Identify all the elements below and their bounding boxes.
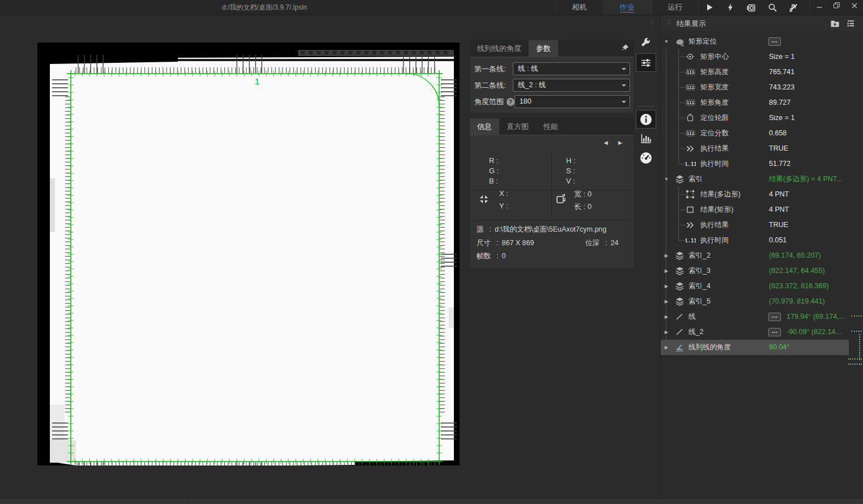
tree-item-value: 90.04° <box>769 340 789 355</box>
tree-item-value: (69.174, 65.207) <box>769 248 821 263</box>
minimize-button[interactable] <box>810 0 828 15</box>
help-icon[interactable]: ? <box>507 98 515 106</box>
sliders-icon <box>640 57 652 69</box>
tab-inactive[interactable]: 性能 <box>536 118 566 135</box>
more-options-button[interactable]: ••• <box>768 37 781 46</box>
expand-icon[interactable]: ▶ <box>663 263 670 279</box>
polygon-icon <box>686 190 695 199</box>
expand-icon[interactable]: ▶ <box>663 340 670 355</box>
tree-list-icon[interactable] <box>846 19 856 31</box>
tree-row[interactable]: ▶线•••179.94° (69.174,... <box>661 309 863 324</box>
tree-item-label: 矩形高度 <box>700 65 729 80</box>
tree-row[interactable]: 111矩形高度765.741 <box>661 65 863 80</box>
minimize-icon <box>816 2 823 9</box>
tree-row[interactable]: 执行结果TRUE <box>661 141 863 156</box>
expand-icon[interactable]: ▶ <box>663 294 670 309</box>
menu-item-label: 作业 <box>620 3 635 12</box>
layers-icon <box>675 174 685 184</box>
tree-row[interactable]: ▶索引_2(69.174, 65.207) <box>661 248 863 263</box>
depth-row: 位深:24 <box>585 238 618 248</box>
more-options-button[interactable]: ••• <box>768 313 781 321</box>
tree-row[interactable]: ▶索引_5(70.979, 819.441) <box>661 294 863 309</box>
no-interaction-button[interactable] <box>783 0 804 15</box>
tab-active[interactable]: 参数 <box>529 40 558 57</box>
camera-io-button[interactable] <box>741 0 762 15</box>
svg-text:111: 111 <box>687 131 695 136</box>
tree-row[interactable]: ▶索引_4(823.372, 816.369) <box>661 279 863 294</box>
line-icon <box>675 327 684 336</box>
hsv-label: S : <box>566 166 576 176</box>
param-select[interactable]: 180 <box>515 95 630 108</box>
tree-row[interactable]: ▼索引结果(多边形) = 4 PNT... <box>661 172 863 187</box>
prev-page-icon[interactable]: ◀ <box>604 140 608 146</box>
pin-icon[interactable] <box>621 44 630 54</box>
collapse-icon[interactable]: ▼ <box>663 172 670 187</box>
panel-grip-handle[interactable]: ⁘⁘ <box>649 19 654 25</box>
param-select[interactable]: 线_2 : 线 <box>513 79 630 92</box>
search-button[interactable] <box>762 0 783 15</box>
position-icon <box>478 193 490 206</box>
tree-item-value: 4 PNT <box>769 202 789 217</box>
tree-item-label: 矩形定位 <box>688 34 717 49</box>
folder-plus-icon[interactable] <box>830 19 840 31</box>
tree-row[interactable]: 111矩形宽度743.223 <box>661 80 863 95</box>
sliders-tool-button[interactable] <box>636 53 656 72</box>
tab-inactive[interactable]: 直方图 <box>499 118 536 135</box>
tree-row[interactable]: 1.11执行时间0.051 <box>661 233 863 248</box>
svg-text:111: 111 <box>687 85 695 90</box>
info-tool-button[interactable] <box>636 110 656 129</box>
tree-row[interactable]: 结果(多边形)4 PNT <box>661 187 863 202</box>
tree-item-value: 743.223 <box>769 80 794 95</box>
tree-row[interactable]: 定位轮廓Size = 1 <box>661 110 863 126</box>
tree-row[interactable]: ▼AI矩形定位••• <box>661 34 863 49</box>
menu-item-active[interactable]: 作业 <box>603 0 651 15</box>
collapse-icon[interactable]: ▼ <box>663 34 670 49</box>
play-button[interactable] <box>699 0 720 15</box>
layers-icon <box>675 297 685 306</box>
numbox-icon: 111 <box>686 83 695 92</box>
tree-item-label: 线到线的角度 <box>688 340 731 355</box>
size-value: 867 X 869 <box>501 239 534 247</box>
divider <box>473 190 630 190</box>
tree-row[interactable]: ▶索引_3(822.147, 64.455) <box>661 263 863 279</box>
next-page-icon[interactable]: ▶ <box>618 140 622 146</box>
flash-button[interactable] <box>720 0 741 15</box>
layers-icon <box>675 251 685 260</box>
tab-active[interactable]: 信息 <box>470 118 499 135</box>
tree-row[interactable]: 111定位分数0.658 <box>661 126 863 141</box>
tree-row[interactable]: ▶线_2•••-90.09° (822.14... <box>661 324 863 340</box>
tree-row[interactable]: ▶线到线的角度90.04° <box>661 340 849 355</box>
gauge-tool-button[interactable] <box>636 148 656 167</box>
tree-row[interactable]: 结果(矩形)4 PNT <box>661 202 863 217</box>
region-index-label: 1 <box>255 76 260 86</box>
tree-connector <box>678 87 686 88</box>
position-icon <box>478 193 490 207</box>
tree-item-value: 51.772 <box>769 156 790 172</box>
expand-icon[interactable]: ▶ <box>663 248 670 263</box>
tab-inactive[interactable]: 线到线的角度 <box>470 40 529 57</box>
tree-row[interactable]: 矩形中心Size = 1 <box>661 49 863 65</box>
menu-item-[interactable]: 相机 <box>555 0 603 15</box>
panel-grip-handle[interactable]: ⁘⁘ <box>667 19 671 25</box>
tree-item-label: 矩形角度 <box>700 95 729 110</box>
more-options-button[interactable]: ••• <box>768 328 781 336</box>
expand-icon[interactable]: ▶ <box>663 324 670 340</box>
param-select[interactable]: 线 : 线 <box>513 62 630 75</box>
close-button[interactable] <box>845 0 863 15</box>
divider <box>637 106 654 106</box>
image-canvas[interactable]: 1 <box>37 42 460 465</box>
wrench-tool-button[interactable] <box>636 34 656 53</box>
tree-row[interactable]: 1.11执行时间51.772 <box>661 156 863 172</box>
tree-connector <box>678 148 686 149</box>
chevron-down-icon <box>622 84 626 87</box>
menu-item-[interactable]: 运行 <box>651 0 699 15</box>
tree-item-label: 线 <box>688 309 696 324</box>
tree-row[interactable]: 执行结果TRUE <box>661 217 863 233</box>
expand-icon[interactable]: ▶ <box>663 309 670 324</box>
histogram-tool-button[interactable] <box>636 129 656 148</box>
tree-row[interactable]: 111矩形角度89.727 <box>661 95 863 110</box>
restore-button[interactable] <box>828 0 845 15</box>
tree-item-label: 索引_5 <box>688 294 711 309</box>
expand-icon[interactable]: ▶ <box>663 279 670 294</box>
source-path: d:\我的文档\桌面\5EuAxot7cym.png <box>495 225 606 233</box>
